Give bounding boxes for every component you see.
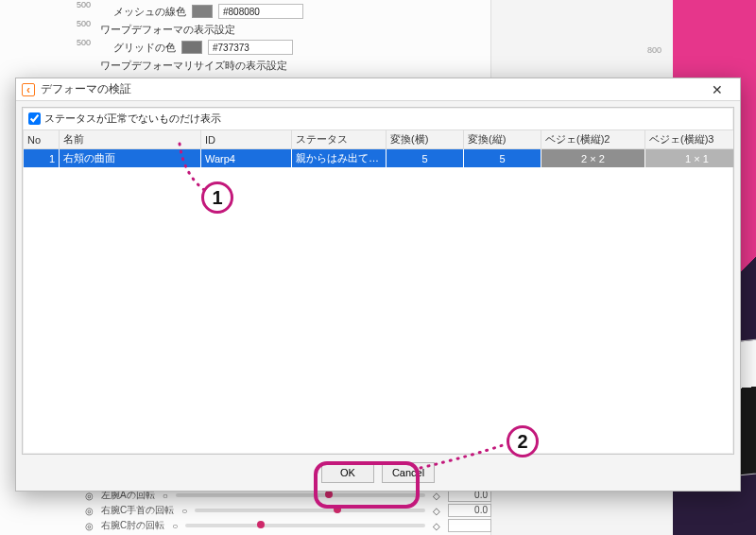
col-name[interactable]: 名前 [60, 130, 201, 149]
deformer-verify-dialog: ‹ デフォーマの検証 ✕ ステータスが正常でないものだけ表示 No 名前 ID … [15, 78, 741, 492]
cell-name: 右頬の曲面 [60, 149, 201, 168]
cell-no: 1 [24, 149, 60, 168]
close-icon[interactable]: ✕ [700, 78, 734, 101]
ruler-marks: 500 500 500 [66, 0, 93, 76]
slider-value-2[interactable] [448, 519, 491, 532]
dialog-content: ステータスが正常でないものだけ表示 No 名前 ID ステータス 変換(横) 変… [22, 107, 734, 455]
slider-value-1[interactable]: 0.0 [448, 504, 491, 517]
grid-color-label: グリッドの色 [113, 41, 176, 55]
col-conv-h[interactable]: 変換(横) [387, 130, 464, 149]
annotation-callout-2-label: 2 [517, 431, 527, 453]
mesh-line-label: メッシュの線色 [113, 5, 186, 19]
dialog-titlebar[interactable]: ‹ デフォーマの検証 ✕ [16, 78, 740, 101]
cell-status: 親からはみ出ている [292, 149, 387, 168]
col-conv-v[interactable]: 変換(縦) [464, 130, 541, 149]
slider-1[interactable] [195, 509, 425, 512]
grid-color-swatch[interactable] [181, 41, 202, 54]
annotation-callout-2: 2 [507, 425, 539, 457]
col-id[interactable]: ID [201, 130, 292, 149]
status-filter-label: ステータスが正常でないものだけ表示 [44, 112, 221, 126]
status-filter-checkbox[interactable] [28, 112, 41, 125]
slider-label-2: 右腕C肘の回転 [101, 519, 164, 532]
table-header-row[interactable]: No 名前 ID ステータス 変換(横) 変換(縦) ベジェ(横縦)2 ベジェ(… [24, 130, 735, 149]
annotation-highlight-buttons [314, 461, 420, 509]
cell-conv-h: 5 [387, 149, 464, 168]
slider-label-1: 右腕C手首の回転 [101, 504, 174, 517]
slider-2[interactable] [185, 524, 425, 527]
mesh-line-swatch[interactable] [192, 5, 213, 18]
ruler-mark-right: 800 [647, 45, 662, 55]
table-row[interactable]: 1 右頬の曲面 Warp4 親からはみ出ている 5 5 2 × 2 1 × 1 [24, 149, 735, 168]
app-icon: ‹ [22, 83, 35, 96]
cell-bezier3: 1 × 1 [645, 149, 735, 168]
mesh-line-color-input[interactable]: #808080 [218, 4, 303, 19]
col-bezier2[interactable]: ベジェ(横縦)2 [541, 130, 645, 149]
col-no[interactable]: No [24, 130, 60, 149]
col-bezier3[interactable]: ベジェ(横縦)3 [645, 130, 735, 149]
deformer-table[interactable]: No 名前 ID ステータス 変換(横) 変換(縦) ベジェ(横縦)2 ベジェ(… [23, 129, 734, 167]
bg-bottom-sliders: ◎左腕Aの回転 ○ ◇0.0 ◎右腕C手首の回転 ○ ◇0.0 ◎右腕C肘の回転… [85, 488, 491, 535]
status-filter-row: ステータスが正常でないものだけ表示 [23, 108, 733, 129]
cell-id: Warp4 [201, 149, 292, 168]
annotation-callout-1-label: 1 [212, 187, 222, 209]
annotation-callout-1: 1 [201, 181, 233, 214]
grid-color-input[interactable]: #737373 [208, 40, 293, 55]
cell-conv-v: 5 [464, 149, 541, 168]
dialog-title: デフォーマの検証 [41, 81, 131, 97]
col-status[interactable]: ステータス [292, 130, 387, 149]
cell-bezier2: 2 × 2 [541, 149, 645, 168]
